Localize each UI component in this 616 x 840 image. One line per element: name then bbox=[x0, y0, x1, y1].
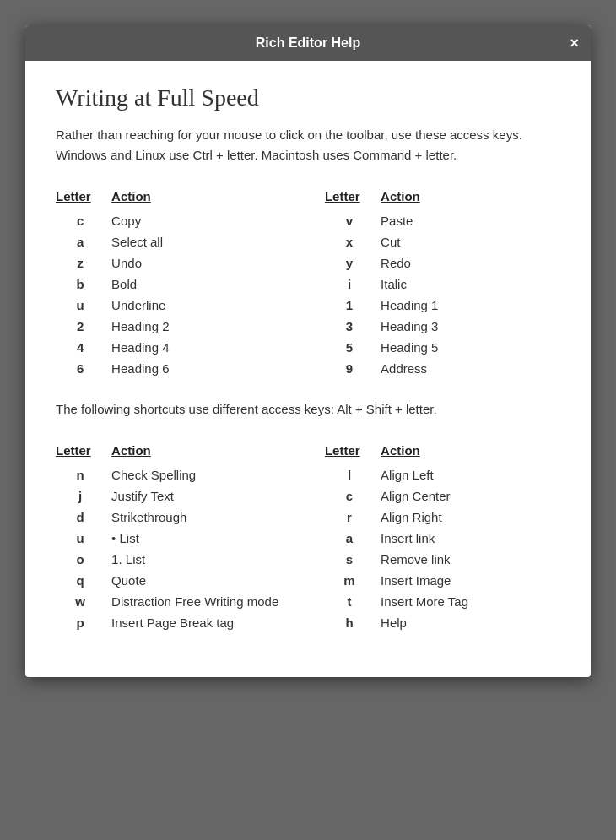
letter-cell: x bbox=[325, 231, 381, 252]
letter-cell: 3 bbox=[325, 316, 381, 337]
letter-cell: a bbox=[56, 231, 111, 252]
table-row: z Undo y Redo bbox=[56, 252, 560, 274]
table1-header-letter-left: Letter bbox=[56, 186, 111, 210]
letter-cell: j bbox=[56, 485, 111, 507]
letter-cell: c bbox=[56, 210, 111, 231]
table-row: c Copy v Paste bbox=[56, 210, 560, 231]
table2-header-letter-right: Letter bbox=[325, 440, 381, 464]
table2-header-action-left: Action bbox=[111, 440, 291, 464]
action-cell: Select all bbox=[111, 231, 291, 252]
action-cell: Address bbox=[381, 358, 560, 379]
table-row: j Justify Text c Align Center bbox=[56, 485, 560, 507]
table-row: a Select all x Cut bbox=[56, 231, 560, 252]
action-cell: Italic bbox=[381, 274, 560, 295]
action-cell: Distraction Free Writing mode bbox=[111, 591, 291, 612]
letter-cell: 9 bbox=[325, 358, 381, 379]
letter-cell: w bbox=[56, 591, 111, 612]
letter-cell: u bbox=[56, 295, 111, 316]
rich-editor-help-modal: Rich Editor Help × Writing at Full Speed… bbox=[25, 25, 591, 677]
letter-cell: 4 bbox=[56, 337, 111, 358]
action-cell: Insert More Tag bbox=[381, 591, 560, 612]
letter-cell: a bbox=[325, 528, 381, 549]
table-row: 2 Heading 2 3 Heading 3 bbox=[56, 316, 560, 337]
table2-header-action-right: Action bbox=[381, 440, 560, 464]
action-cell: Insert link bbox=[381, 528, 560, 549]
table-row: 4 Heading 4 5 Heading 5 bbox=[56, 337, 560, 358]
action-cell: Heading 3 bbox=[381, 316, 560, 337]
close-button[interactable]: × bbox=[570, 35, 579, 51]
action-cell: Undo bbox=[111, 252, 291, 274]
letter-cell: 2 bbox=[56, 316, 111, 337]
action-cell: Check Spelling bbox=[111, 464, 291, 485]
action-cell: Heading 2 bbox=[111, 316, 291, 337]
table1-header-action-right: Action bbox=[381, 186, 560, 210]
intro-text: Rather than reaching for your mouse to c… bbox=[56, 125, 560, 165]
modal-header: Rich Editor Help × bbox=[25, 25, 591, 61]
letter-cell: v bbox=[325, 210, 381, 231]
table-row: p Insert Page Break tag h Help bbox=[56, 612, 560, 633]
letter-cell: 5 bbox=[325, 337, 381, 358]
letter-cell: y bbox=[325, 252, 381, 274]
letter-cell: 6 bbox=[56, 358, 111, 379]
letter-cell: m bbox=[325, 570, 381, 591]
table-row: n Check Spelling l Align Left bbox=[56, 464, 560, 485]
action-cell: Align Right bbox=[381, 507, 560, 528]
action-cell: Heading 4 bbox=[111, 337, 291, 358]
letter-cell: z bbox=[56, 252, 111, 274]
table-row: d Strikethrough r Align Right bbox=[56, 507, 560, 528]
modal-body: Writing at Full Speed Rather than reachi… bbox=[25, 61, 591, 677]
shortcut-table-2: Letter Action Letter Action n Check Spel… bbox=[56, 440, 560, 633]
action-cell: Heading 5 bbox=[381, 337, 560, 358]
table-row: u • List a Insert link bbox=[56, 528, 560, 549]
action-cell: Insert Page Break tag bbox=[111, 612, 291, 633]
action-cell: Redo bbox=[381, 252, 560, 274]
letter-cell: d bbox=[56, 507, 111, 528]
action-cell: 1. List bbox=[111, 549, 291, 570]
letter-cell: u bbox=[56, 528, 111, 549]
action-cell: Paste bbox=[381, 210, 560, 231]
letter-cell: l bbox=[325, 464, 381, 485]
action-cell: Underline bbox=[111, 295, 291, 316]
letter-cell: o bbox=[56, 549, 111, 570]
table1-header-action-left: Action bbox=[111, 186, 291, 210]
letter-cell: c bbox=[325, 485, 381, 507]
letter-cell: i bbox=[325, 274, 381, 295]
letter-cell: h bbox=[325, 612, 381, 633]
table-row: b Bold i Italic bbox=[56, 274, 560, 295]
table-row: u Underline 1 Heading 1 bbox=[56, 295, 560, 316]
action-cell: • List bbox=[111, 528, 291, 549]
table2-header-letter-left: Letter bbox=[56, 440, 111, 464]
letter-cell: s bbox=[325, 549, 381, 570]
page-heading: Writing at Full Speed bbox=[56, 84, 560, 111]
letter-cell: t bbox=[325, 591, 381, 612]
action-cell: Cut bbox=[381, 231, 560, 252]
table1-header-letter-right: Letter bbox=[325, 186, 381, 210]
letter-cell: 1 bbox=[325, 295, 381, 316]
action-cell: Heading 6 bbox=[111, 358, 291, 379]
table-row: 6 Heading 6 9 Address bbox=[56, 358, 560, 379]
action-cell: Quote bbox=[111, 570, 291, 591]
table-row: w Distraction Free Writing mode t Insert… bbox=[56, 591, 560, 612]
table-row: q Quote m Insert Image bbox=[56, 570, 560, 591]
action-cell: Align Left bbox=[381, 464, 560, 485]
letter-cell: q bbox=[56, 570, 111, 591]
action-cell: Justify Text bbox=[111, 485, 291, 507]
action-cell: Help bbox=[381, 612, 560, 633]
table-row: o 1. List s Remove link bbox=[56, 549, 560, 570]
letter-cell: p bbox=[56, 612, 111, 633]
alt-shift-text: The following shortcuts use different ac… bbox=[56, 399, 560, 420]
letter-cell: b bbox=[56, 274, 111, 295]
action-cell: Bold bbox=[111, 274, 291, 295]
shortcut-table-1: Letter Action Letter Action c Copy v Pas… bbox=[56, 186, 560, 379]
action-cell: Copy bbox=[111, 210, 291, 231]
action-cell: Insert Image bbox=[381, 570, 560, 591]
action-cell: Strikethrough bbox=[111, 507, 291, 528]
action-cell: Heading 1 bbox=[381, 295, 560, 316]
letter-cell: r bbox=[325, 507, 381, 528]
modal-title: Rich Editor Help bbox=[256, 35, 360, 51]
letter-cell: n bbox=[56, 464, 111, 485]
action-cell: Align Center bbox=[381, 485, 560, 507]
action-cell: Remove link bbox=[381, 549, 560, 570]
